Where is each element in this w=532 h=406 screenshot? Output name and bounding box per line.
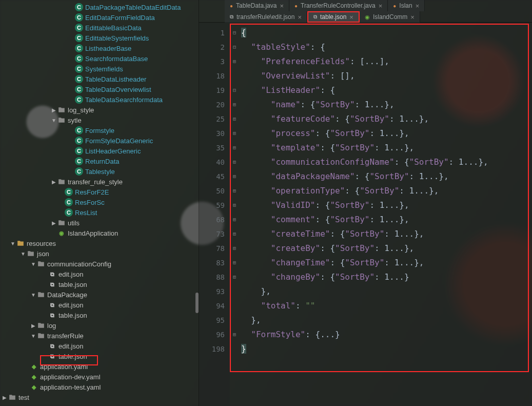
tree-yaml-file[interactable]: ◆ application-dev.yaml <box>0 372 199 382</box>
tree-label: DataPackageTableDataEditData <box>85 4 181 11</box>
tree-yaml-file[interactable]: ◆ application.yaml <box>0 361 199 372</box>
tree-json-file[interactable]: ⧉ edit.json <box>0 269 199 279</box>
tree-label: table.json <box>58 312 87 319</box>
chevron-right-icon: ▶ <box>50 107 57 113</box>
tab-label: Islan <box>399 2 412 9</box>
tree-label: json <box>37 250 49 258</box>
json-file-icon: ⧉ <box>48 280 56 288</box>
tree-class-item[interactable]: ResForF2E <box>0 187 199 197</box>
tree-class-item[interactable]: TableDataOverviewlist <box>0 84 199 94</box>
chevron-down-icon: ▼ <box>30 292 37 298</box>
tree-class-item[interactable]: Tablestyle <box>0 166 199 177</box>
class-icon <box>75 65 83 73</box>
tree-yaml-file[interactable]: ◆ application-test.yaml <box>0 382 199 392</box>
editor-tab[interactable]: ◉IslandComm × <box>360 11 420 23</box>
class-icon <box>75 95 83 104</box>
tree-folder-communication-config[interactable]: ▼ communicationConfig <box>0 259 199 269</box>
close-icon[interactable]: × <box>410 13 415 21</box>
tree-class-item[interactable]: ResForSc <box>0 197 199 207</box>
tree-class-item[interactable]: EditDataFormFieldData <box>0 12 199 23</box>
code-editor[interactable]: 1231819202530354045505968737883889394959… <box>199 23 532 406</box>
spring-icon: ◉ <box>365 14 370 21</box>
editor-tab[interactable]: ⧉transferRule\edit.json × <box>225 11 307 23</box>
folder-icon <box>57 106 66 114</box>
editor-tab[interactable]: ●TableData.java × <box>225 0 289 11</box>
tree-folder-data-package[interactable]: ▼ DataPackage <box>0 289 199 300</box>
tree-folder-transfer-rule[interactable]: ▼ transferRule <box>0 331 199 341</box>
tree-class-item[interactable]: TableDataSearchformdata <box>0 94 199 105</box>
tree-json-file[interactable]: ⧉ table.json <box>0 351 199 361</box>
tree-label: ReturnData <box>85 158 119 165</box>
tab-label: IslandComm <box>373 13 407 21</box>
tree-class-item[interactable]: DataPackageTableDataEditData <box>0 2 199 12</box>
chevron-down-icon: ▼ <box>9 241 16 246</box>
editor-tab[interactable]: ●Islan × <box>388 0 425 11</box>
tree-class-item[interactable]: ResList <box>0 207 199 218</box>
folder-icon <box>37 260 45 268</box>
json-file-icon: ⧉ <box>48 270 56 278</box>
class-icon <box>75 75 83 83</box>
close-icon[interactable]: × <box>280 2 284 10</box>
tree-label: EdittableSystemfields <box>85 34 149 42</box>
tree-label: table.json <box>58 281 87 288</box>
chevron-right-icon: ▶ <box>30 323 37 328</box>
fold-column[interactable]: ⊟⊟⊞⊟⊞⊞⊞⊞⊞⊞⊞⊞⊞⊞⊞⊞⊞⊞ <box>230 23 239 406</box>
tree-class-item[interactable]: FormStyleDataGeneric <box>0 136 199 146</box>
close-icon[interactable]: × <box>379 2 383 10</box>
tree-class-item[interactable]: SearchformdataBase <box>0 53 199 64</box>
tree-item-island-application[interactable]: ◉ IslandApplication <box>0 228 199 238</box>
tree-label: edit.json <box>58 342 83 350</box>
chevron-right-icon: ▶ <box>50 179 57 185</box>
close-icon[interactable]: × <box>298 13 302 21</box>
tree-class-item[interactable]: EdittableSystemfields <box>0 33 199 43</box>
editor-tab[interactable]: ⧉table.json × <box>307 11 360 23</box>
tree-folder-log-style[interactable]: ▶ log_style <box>0 105 199 115</box>
spring-icon: ◉ <box>57 229 66 237</box>
chevron-right-icon: ▶ <box>1 395 8 400</box>
tree-class-item[interactable]: EdittableBasicData <box>0 23 199 33</box>
json-file-icon: ⧉ <box>48 311 56 319</box>
tree-class-item[interactable]: Formstyle <box>0 125 199 136</box>
tree-json-file[interactable]: ⧉ table.json <box>0 310 199 320</box>
close-icon[interactable]: × <box>349 13 353 21</box>
tree-folder-sytle[interactable]: ▼ sytle <box>0 115 199 125</box>
tree-folder-json[interactable]: ▼ json <box>0 248 199 259</box>
code-content[interactable]: { "tableStyle": { "PreferenceFields": [.… <box>239 23 532 406</box>
tree-label: EdittableBasicData <box>85 24 142 32</box>
chevron-down-icon: ▼ <box>30 333 37 339</box>
editor-tab[interactable]: ●TransferRuleController.java × <box>289 0 388 11</box>
class-icon <box>75 157 83 165</box>
tree-json-file[interactable]: ⧉ edit.json <box>0 341 199 351</box>
scrollbar-thumb[interactable] <box>195 293 199 313</box>
editor-tabs-row-2: ⧉transferRule\edit.json × ⧉table.json × … <box>199 11 532 23</box>
tree-label: TableDataSearchformdata <box>85 96 163 104</box>
tree-class-item[interactable]: ReturnData <box>0 156 199 166</box>
chevron-right-icon: ▶ <box>50 220 57 226</box>
tree-folder-resources[interactable]: ▼ resources <box>0 238 199 248</box>
class-icon <box>65 198 73 206</box>
tree-label: application-dev.yaml <box>40 373 101 381</box>
class-icon <box>75 147 83 155</box>
class-icon <box>75 85 83 93</box>
tree-class-item[interactable]: TableDataListheader <box>0 74 199 84</box>
folder-icon <box>37 321 45 330</box>
tree-label: FormStyleDataGeneric <box>85 137 153 145</box>
tree-class-item[interactable]: Systemfields <box>0 64 199 74</box>
tree-label: ResForF2E <box>75 188 109 196</box>
tree-json-file[interactable]: ⧉ table.json <box>0 279 199 289</box>
tree-folder-test[interactable]: ▶ test <box>0 392 199 402</box>
tree-json-file[interactable]: ⧉ edit.json <box>0 300 199 310</box>
tree-folder-log[interactable]: ▶ log <box>0 320 199 331</box>
close-icon[interactable]: × <box>416 2 420 10</box>
tree-class-item[interactable]: ListHeaderGeneric <box>0 146 199 156</box>
tree-label: EditDataFormFieldData <box>85 14 155 22</box>
yaml-file-icon: ◆ <box>30 383 38 391</box>
tree-class-item[interactable]: ListheaderBase <box>0 43 199 53</box>
tree-folder-utils[interactable]: ▶ utils <box>0 218 199 228</box>
tab-label: table.json <box>320 13 346 21</box>
java-file-icon: ● <box>294 3 298 9</box>
project-tree[interactable]: DataPackageTableDataEditData EditDataFor… <box>0 0 199 406</box>
tree-folder-transfer-rule-style[interactable]: ▶ transfer_rule_style <box>0 177 199 187</box>
chevron-down-icon: ▼ <box>19 251 27 257</box>
class-icon <box>75 167 83 176</box>
